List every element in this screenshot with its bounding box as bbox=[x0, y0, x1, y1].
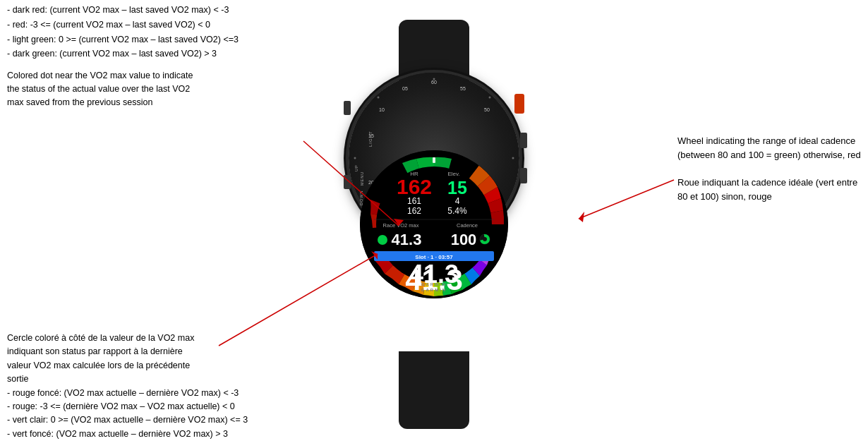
svg-point-40 bbox=[378, 235, 387, 245]
svg-text:5.4%: 5.4% bbox=[447, 206, 467, 216]
watch-container: 60 55 50 05 10 15 20 25 30 bbox=[325, 7, 543, 441]
right-annotations: Wheel indicating the range of ideal cade… bbox=[677, 134, 861, 203]
svg-text:162: 162 bbox=[397, 175, 432, 198]
right-block-1: Wheel indicating the range of ideal cade… bbox=[677, 134, 861, 162]
svg-point-19 bbox=[378, 96, 380, 98]
anno-line-1: - dark red: (current VO2 max – last save… bbox=[7, 4, 311, 17]
svg-text:LIGHT: LIGHT bbox=[368, 131, 373, 147]
svg-marker-54 bbox=[579, 212, 584, 222]
svg-point-18 bbox=[354, 157, 356, 159]
svg-text:60: 60 bbox=[431, 80, 437, 85]
anno-bot-5: - rouge foncé: (VO2 max actuelle – derni… bbox=[7, 387, 311, 400]
svg-text:41.3: 41.3 bbox=[409, 260, 459, 289]
svg-rect-28 bbox=[433, 157, 435, 163]
right-anno-1: Wheel indicating the range of ideal cade… bbox=[677, 135, 861, 160]
svg-point-13 bbox=[489, 96, 491, 98]
svg-text:GARMIN: GARMIN bbox=[421, 288, 447, 292]
svg-text:Elev.: Elev. bbox=[447, 171, 459, 177]
right-block-2: Roue indiquant la cadence idéale (vert e… bbox=[677, 176, 861, 203]
anno-bot-3: valeur VO2 max calculée lors de la précé… bbox=[7, 359, 311, 373]
anno-bot-2: indiquant son status par rapport à la de… bbox=[7, 345, 311, 358]
annotation-middle: Colored dot near the VO2 max value to in… bbox=[7, 69, 311, 109]
annotation-top: - dark red: (current VO2 max – last save… bbox=[7, 4, 311, 61]
svg-text:100: 100 bbox=[451, 231, 477, 248]
button-top-left[interactable] bbox=[344, 101, 351, 115]
annotation-bottom: Cercle coloré à côté de la valeur de la … bbox=[7, 332, 311, 441]
button-mid-right[interactable] bbox=[520, 133, 527, 148]
watch-face: HR Elev. 162 15 161 162 4 5.4% Race VO2 … bbox=[360, 150, 508, 298]
svg-text:161: 161 bbox=[407, 196, 421, 206]
anno-line-3: - light green: 0 >= (current VO2 max – l… bbox=[7, 33, 311, 47]
svg-line-53 bbox=[579, 180, 674, 219]
svg-text:55: 55 bbox=[460, 86, 466, 91]
svg-point-12 bbox=[433, 78, 435, 80]
button-bot-left[interactable] bbox=[344, 175, 351, 189]
anno-mid-3: max saved from the previous session bbox=[7, 96, 311, 109]
watch-face-svg: HR Elev. 162 15 161 162 4 5.4% Race VO2 … bbox=[360, 150, 508, 298]
svg-text:Race VO2 max: Race VO2 max bbox=[383, 222, 419, 229]
svg-text:4: 4 bbox=[455, 196, 460, 206]
anno-mid-2: the status of the actual value over the … bbox=[7, 83, 311, 96]
watch-body: 60 55 50 05 10 15 20 25 30 bbox=[335, 20, 533, 429]
anno-line-4: - dark green: (current VO2 max – last sa… bbox=[7, 47, 311, 61]
anno-bot-4: sortie bbox=[7, 373, 311, 386]
svg-text:10: 10 bbox=[379, 107, 385, 112]
svg-text:50: 50 bbox=[484, 107, 490, 112]
svg-point-14 bbox=[512, 157, 514, 159]
svg-text:Cadence: Cadence bbox=[457, 222, 478, 229]
anno-mid-1: Colored dot near the VO2 max value to in… bbox=[7, 69, 311, 83]
right-anno-2: Roue indiquant la cadence idéale (vert e… bbox=[677, 177, 857, 202]
svg-text:05: 05 bbox=[402, 86, 408, 91]
anno-bot-6: - rouge: -3 <= (dernière VO2 max – VO2 m… bbox=[7, 400, 311, 413]
left-annotations: - dark red: (current VO2 max – last save… bbox=[7, 4, 311, 109]
svg-text:UP: UP bbox=[354, 164, 358, 171]
button-top-right[interactable] bbox=[514, 94, 524, 114]
svg-text:41.3: 41.3 bbox=[392, 231, 422, 248]
anno-bot-1: Cercle coloré à côté de la valeur de la … bbox=[7, 332, 311, 345]
anno-bot-7: - vert clair: 0 >= (VO2 max actuelle – d… bbox=[7, 413, 311, 427]
strap-bottom bbox=[399, 351, 469, 429]
svg-text:15: 15 bbox=[447, 178, 467, 198]
anno-bot-8: - vert foncé: (VO2 max actuelle – derniè… bbox=[7, 428, 311, 441]
anno-line-2: - red: -3 <= (current VO2 max – last sav… bbox=[7, 18, 311, 32]
button-bot-right[interactable] bbox=[520, 168, 527, 183]
svg-text:162: 162 bbox=[407, 206, 421, 216]
